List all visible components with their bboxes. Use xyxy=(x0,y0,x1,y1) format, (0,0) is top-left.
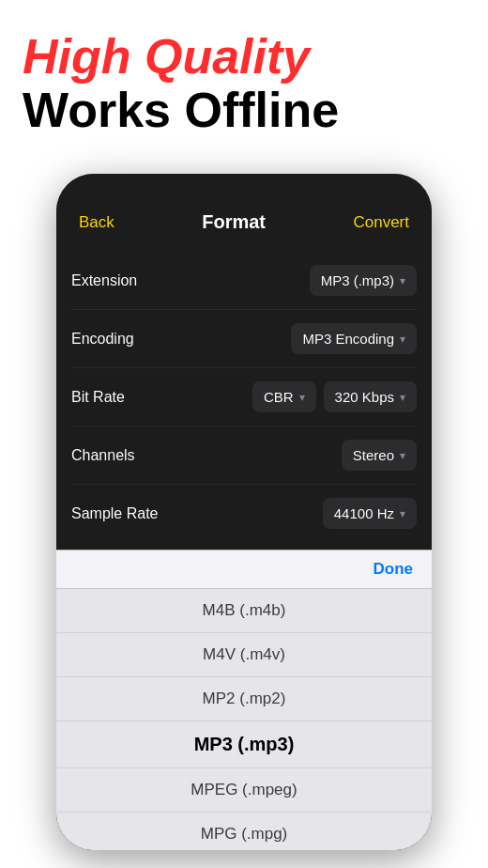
bitrate-type-value: CBR xyxy=(264,389,294,405)
channels-dropdown[interactable]: Stereo ▾ xyxy=(342,440,417,471)
convert-button[interactable]: Convert xyxy=(353,213,409,232)
phone-mockup: Back Format Convert Extension MP3 (.mp3)… xyxy=(56,174,432,850)
samplerate-row: Sample Rate 44100 Hz ▾ xyxy=(71,485,417,542)
bitrate-row: Bit Rate CBR ▾ 320 Kbps ▾ xyxy=(71,368,417,426)
samplerate-controls: 44100 Hz ▾ xyxy=(323,498,417,529)
encoding-controls: MP3 Encoding ▾ xyxy=(291,323,417,354)
samplerate-dropdown[interactable]: 44100 Hz ▾ xyxy=(323,498,417,529)
bitrate-controls: CBR ▾ 320 Kbps ▾ xyxy=(252,381,417,412)
encoding-label: Encoding xyxy=(71,331,156,348)
picker-list: M4B (.m4b)M4V (.m4v)MP2 (.mp2)MP3 (.mp3)… xyxy=(56,589,432,850)
encoding-value: MP3 Encoding xyxy=(302,331,394,347)
bitrate-label: Bit Rate xyxy=(71,389,156,406)
picker-item[interactable]: MP3 (.mp3) xyxy=(56,721,432,768)
settings-area: Extension MP3 (.mp3) ▾ Encoding MP3 Enco… xyxy=(56,244,432,550)
extension-dropdown[interactable]: MP3 (.mp3) ▾ xyxy=(310,265,417,296)
picker-area: Done M4B (.m4b)M4V (.m4v)MP2 (.mp2)MP3 (… xyxy=(56,550,432,850)
nav-bar: Back Format Convert xyxy=(56,174,432,244)
header-area: High Quality Works Offline xyxy=(0,0,488,156)
picker-item[interactable]: MPEG (.mpeg) xyxy=(56,768,432,813)
bitrate-value-arrow-icon: ▾ xyxy=(400,391,405,404)
channels-label: Channels xyxy=(71,447,156,464)
bitrate-value: 320 Kbps xyxy=(335,389,394,405)
picker-item[interactable]: M4V (.m4v) xyxy=(56,633,432,677)
picker-done-button[interactable]: Done xyxy=(374,560,414,579)
samplerate-value: 44100 Hz xyxy=(334,505,394,521)
app-content: Back Format Convert Extension MP3 (.mp3)… xyxy=(56,174,432,850)
bitrate-type-dropdown[interactable]: CBR ▾ xyxy=(252,381,316,412)
picker-item[interactable]: M4B (.m4b) xyxy=(56,589,432,633)
picker-item[interactable]: MPG (.mpg) xyxy=(56,813,432,850)
encoding-row: Encoding MP3 Encoding ▾ xyxy=(71,310,417,368)
header-line2: Works Offline xyxy=(23,84,465,137)
channels-row: Channels Stereo ▾ xyxy=(71,426,417,485)
extension-value: MP3 (.mp3) xyxy=(321,272,394,288)
header-line1: High Quality xyxy=(23,30,465,84)
bitrate-value-dropdown[interactable]: 320 Kbps ▾ xyxy=(324,381,417,412)
screen-title: Format xyxy=(202,211,266,233)
back-button[interactable]: Back xyxy=(79,213,114,232)
channels-value: Stereo xyxy=(353,447,394,463)
extension-controls: MP3 (.mp3) ▾ xyxy=(310,265,417,296)
bitrate-type-arrow-icon: ▾ xyxy=(299,391,305,404)
channels-controls: Stereo ▾ xyxy=(342,440,417,471)
picker-toolbar: Done xyxy=(56,550,432,589)
extension-label: Extension xyxy=(71,272,156,289)
extension-arrow-icon: ▾ xyxy=(400,274,405,287)
samplerate-label: Sample Rate xyxy=(71,505,159,522)
encoding-arrow-icon: ▾ xyxy=(400,333,405,346)
channels-arrow-icon: ▾ xyxy=(400,449,405,462)
encoding-dropdown[interactable]: MP3 Encoding ▾ xyxy=(291,323,417,354)
samplerate-arrow-icon: ▾ xyxy=(400,507,405,520)
extension-row: Extension MP3 (.mp3) ▾ xyxy=(71,252,417,310)
picker-item[interactable]: MP2 (.mp2) xyxy=(56,677,432,721)
